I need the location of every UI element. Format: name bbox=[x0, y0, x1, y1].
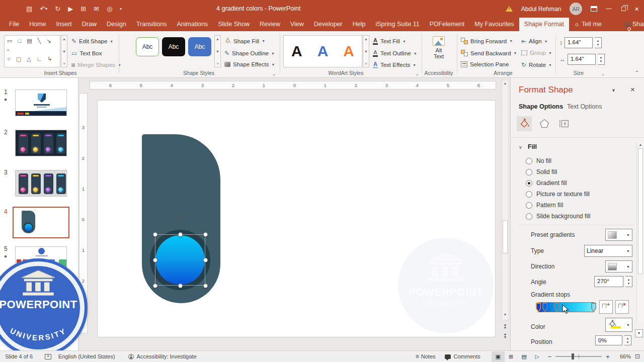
previous-slide-button[interactable]: ▲▲ bbox=[502, 323, 508, 328]
pane-scroll-down-button[interactable]: ▼ bbox=[635, 329, 643, 337]
text-effects-button[interactable]: AText Effects▼ bbox=[373, 61, 416, 68]
tab-draw[interactable]: Draw bbox=[77, 18, 102, 31]
slide-sorter-view-button[interactable]: ⊞ bbox=[505, 351, 518, 362]
shape-effects-button[interactable]: Shape Effects▼ bbox=[224, 61, 275, 67]
direction-dropdown[interactable]: ▼ bbox=[605, 260, 632, 273]
slideshow-view-button[interactable]: ▷ bbox=[531, 351, 544, 362]
shape-styles-scrollbar[interactable]: ▲▼≡ bbox=[214, 35, 221, 67]
tab-tell-me[interactable]: Tell me bbox=[569, 18, 607, 31]
notes-button[interactable]: Notes bbox=[421, 353, 436, 359]
resize-handle-w[interactable] bbox=[153, 258, 157, 262]
tab-animations[interactable]: Animations bbox=[172, 18, 213, 31]
shape-outline-button[interactable]: ✎Shape Outline▼ bbox=[224, 50, 275, 57]
fill-option-picture-or-texture-fill[interactable]: Picture or texture fill bbox=[526, 191, 590, 198]
fill-option-gradient-fill[interactable]: Gradient fill bbox=[526, 179, 567, 187]
type-dropdown[interactable]: Linear▼ bbox=[584, 245, 632, 257]
resize-handle-s[interactable] bbox=[178, 284, 183, 288]
minimize-icon[interactable] bbox=[606, 9, 612, 9]
collapse-ribbon-icon[interactable]: ⌃ bbox=[635, 70, 639, 75]
angle-input[interactable]: 270° bbox=[594, 276, 623, 287]
shape-styles-dialog-launcher-icon[interactable]: ⌟ bbox=[273, 71, 275, 76]
zoom-out-button[interactable]: − bbox=[544, 353, 556, 360]
wordart-preset-3[interactable]: A bbox=[343, 43, 354, 60]
resize-handle-se[interactable] bbox=[203, 284, 208, 288]
pane-close-icon[interactable]: × bbox=[630, 85, 635, 94]
slide-thumbnail-1[interactable] bbox=[15, 89, 67, 116]
wordart-gallery[interactable]: A A A bbox=[283, 35, 362, 67]
tab-shape-options[interactable]: Shape Options bbox=[519, 103, 563, 110]
resize-handle-nw[interactable] bbox=[153, 232, 157, 237]
edit-shape-button[interactable]: ✎Edit Shape▼ bbox=[71, 38, 113, 45]
position-spinner[interactable]: ▲▼ bbox=[624, 335, 631, 345]
pane-scrollbar-thumb[interactable] bbox=[638, 148, 643, 274]
warning-icon[interactable] bbox=[506, 6, 513, 12]
radio-icon[interactable] bbox=[526, 180, 532, 187]
language-status[interactable]: English (United States) bbox=[58, 353, 115, 359]
email-icon[interactable] bbox=[94, 5, 99, 13]
print-preview-icon[interactable] bbox=[107, 5, 112, 13]
scrollbar-thumb[interactable] bbox=[503, 220, 508, 253]
zoom-slider-thumb[interactable] bbox=[572, 353, 574, 359]
text-outline-button[interactable]: AText Outline▼ bbox=[373, 50, 417, 57]
undo-button[interactable] bbox=[40, 5, 47, 13]
tab-insert[interactable]: Insert bbox=[51, 18, 77, 31]
angle-spinner[interactable]: ▲▼ bbox=[625, 276, 632, 287]
shape-fill-button[interactable]: Shape Fill▼ bbox=[224, 38, 265, 44]
repeat-icon[interactable] bbox=[55, 5, 60, 13]
height-input[interactable]: 1.64" bbox=[565, 37, 593, 48]
slide-editing-surface[interactable]: POWERPOINT UNIVERSITY ↻ bbox=[98, 101, 495, 337]
tab-shape-format[interactable]: Shape Format bbox=[519, 18, 569, 31]
wordart-dialog-launcher-icon[interactable]: ⌟ bbox=[416, 71, 418, 76]
align-button[interactable]: ⇤Align▼ bbox=[521, 38, 548, 45]
tab-ispring-suite-11[interactable]: iSpring Suite 11 bbox=[371, 18, 425, 31]
angle-control[interactable]: 270° ▲▼ bbox=[594, 276, 632, 287]
scroll-up-icon[interactable]: ▲ bbox=[502, 81, 508, 85]
zoom-in-button[interactable]: + bbox=[602, 353, 614, 360]
reading-view-button[interactable]: ▤ bbox=[518, 351, 531, 362]
shape-gallery-scrollbar[interactable]: ▲▼≡ bbox=[61, 35, 67, 67]
slide-thumbnail-2[interactable] bbox=[15, 130, 67, 156]
width-input[interactable]: 1.64" bbox=[568, 54, 596, 65]
next-slide-button[interactable]: ▼▼ bbox=[502, 333, 508, 338]
radio-icon[interactable] bbox=[526, 202, 532, 209]
resize-handle-e[interactable] bbox=[203, 258, 208, 262]
remove-gradient-stop-button[interactable]: × bbox=[615, 300, 629, 314]
restore-icon[interactable] bbox=[621, 7, 626, 11]
pane-scrollbar[interactable]: ▲ bbox=[636, 141, 644, 322]
rotate-button[interactable]: ↻Rotate▼ bbox=[521, 61, 552, 68]
gradient-stop-100[interactable] bbox=[591, 303, 596, 312]
tab-help[interactable]: Help bbox=[348, 18, 371, 31]
selection-pane-button[interactable]: Selection Pane bbox=[461, 61, 509, 67]
canvas-vertical-scrollbar[interactable]: ▲ ▼ bbox=[502, 80, 509, 320]
pane-options-caret-icon[interactable]: ▼ bbox=[611, 88, 616, 93]
gradient-stop-12[interactable] bbox=[542, 303, 547, 312]
radio-icon[interactable] bbox=[526, 158, 532, 164]
shape-style-preset-2[interactable]: Abc bbox=[162, 37, 185, 56]
position-control[interactable]: 0% ▲▼ bbox=[595, 335, 631, 345]
effects-category-button[interactable] bbox=[537, 116, 552, 131]
tab-file[interactable]: File bbox=[4, 18, 24, 31]
wordart-preset-1[interactable]: A bbox=[291, 43, 302, 60]
qat-customize-icon[interactable] bbox=[120, 5, 122, 13]
fill-option-slide-background-fill[interactable]: Slide background fill bbox=[526, 213, 590, 220]
add-gradient-stop-button[interactable]: + bbox=[599, 300, 613, 314]
height-control[interactable]: ↕ 1.64" ▲▼ bbox=[559, 37, 602, 48]
size-dialog-launcher-icon[interactable]: ⌟ bbox=[602, 71, 604, 76]
tab-home[interactable]: Home bbox=[24, 18, 51, 31]
group-button[interactable]: Group▼ bbox=[521, 50, 552, 56]
tab-text-options[interactable]: Text Options bbox=[567, 103, 602, 110]
radio-icon[interactable] bbox=[526, 191, 532, 198]
width-control[interactable]: ↔ 1.64" ▲▼ bbox=[559, 54, 605, 65]
gradient-stop-0-selected[interactable] bbox=[536, 303, 541, 312]
fill-section-header[interactable]: Fill bbox=[528, 143, 537, 150]
presenter-view-icon[interactable] bbox=[80, 5, 86, 13]
close-icon[interactable]: × bbox=[634, 5, 639, 13]
resize-handle-n[interactable] bbox=[178, 232, 183, 237]
avatar[interactable]: AR bbox=[570, 3, 582, 15]
resize-handle-ne[interactable] bbox=[203, 232, 208, 237]
merge-shapes-button[interactable]: ◙Merge Shapes▼ bbox=[71, 61, 121, 68]
fill-line-category-button[interactable] bbox=[517, 116, 532, 131]
bring-forward-button[interactable]: Bring Forward▼ bbox=[461, 38, 513, 44]
preset-gradients-dropdown[interactable]: ▼ bbox=[605, 229, 632, 241]
radio-icon[interactable] bbox=[526, 169, 532, 175]
